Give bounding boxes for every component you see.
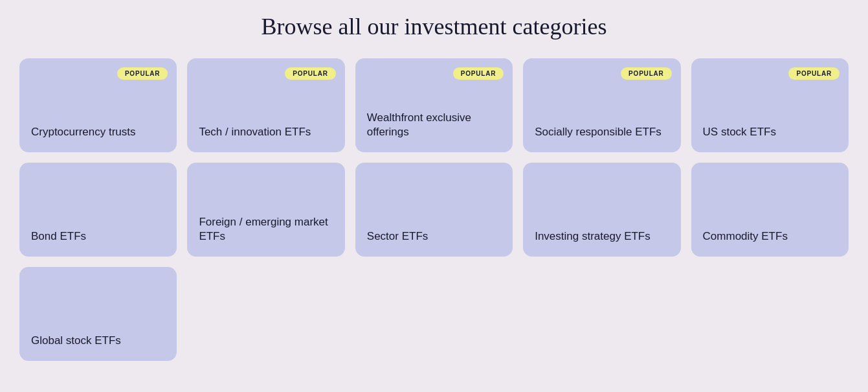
category-card-foreign-emerging-market-etfs[interactable]: Foreign / emerging market ETFs <box>187 163 344 257</box>
category-card-wealthfront-exclusive-offerings[interactable]: POPULAR Wealthfront exclusive offerings <box>355 58 513 152</box>
popular-badge: POPULAR <box>117 67 168 80</box>
card-label-commodity-etfs: Commodity ETFs <box>703 203 837 244</box>
card-label-foreign-emerging-market-etfs: Foreign / emerging market ETFs <box>199 189 333 244</box>
popular-badge: POPULAR <box>453 67 504 80</box>
category-card-us-stock-etfs[interactable]: POPULAR US stock ETFs <box>691 58 849 152</box>
popular-badge: POPULAR <box>285 67 336 80</box>
popular-badge: POPULAR <box>788 67 840 80</box>
card-label-socially-responsible-etfs: Socially responsible ETFs <box>535 93 669 139</box>
category-card-investing-strategy-etfs[interactable]: Investing strategy ETFs <box>523 163 680 257</box>
card-label-global-stock-etfs: Global stock ETFs <box>31 308 165 348</box>
category-card-cryptocurrency-trusts[interactable]: POPULAR Cryptocurrency trusts <box>19 58 177 152</box>
card-label-cryptocurrency-trusts: Cryptocurrency trusts <box>31 93 165 139</box>
page-title: Browse all our investment categories <box>262 13 607 40</box>
category-card-tech-innovation-etfs[interactable]: POPULAR Tech / innovation ETFs <box>187 58 344 152</box>
card-label-wealthfront-exclusive-offerings: Wealthfront exclusive offerings <box>367 78 501 139</box>
card-label-investing-strategy-etfs: Investing strategy ETFs <box>535 203 669 244</box>
category-card-sector-etfs[interactable]: Sector ETFs <box>355 163 513 257</box>
category-card-global-stock-etfs[interactable]: Global stock ETFs <box>19 267 177 361</box>
category-card-bond-etfs[interactable]: Bond ETFs <box>19 163 177 257</box>
popular-badge: POPULAR <box>621 67 672 80</box>
investment-categories-grid: POPULAR Cryptocurrency trusts POPULAR Te… <box>19 58 849 361</box>
category-card-socially-responsible-etfs[interactable]: POPULAR Socially responsible ETFs <box>523 58 680 152</box>
card-label-tech-innovation-etfs: Tech / innovation ETFs <box>199 93 333 139</box>
category-card-commodity-etfs[interactable]: Commodity ETFs <box>691 163 849 257</box>
card-label-bond-etfs: Bond ETFs <box>31 203 165 244</box>
card-label-sector-etfs: Sector ETFs <box>367 203 501 244</box>
card-label-us-stock-etfs: US stock ETFs <box>703 93 837 139</box>
